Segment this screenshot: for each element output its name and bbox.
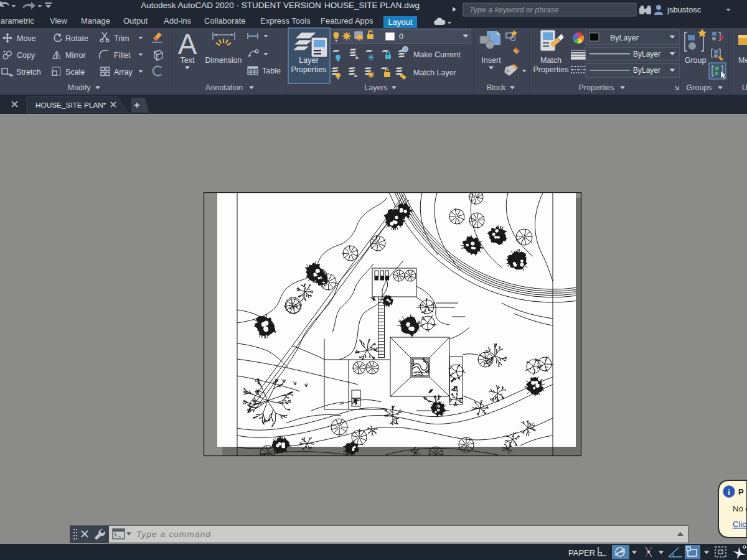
svg-text:Collaborate: Collaborate [204, 16, 246, 26]
svg-text:Make Current: Make Current [413, 50, 461, 59]
svg-text:Properties: Properties [533, 65, 569, 74]
svg-text:Modify: Modify [68, 83, 92, 92]
svg-text:Layout: Layout [388, 17, 412, 27]
svg-text:No e: No e [733, 504, 747, 513]
svg-text:Match: Match [540, 56, 561, 65]
svg-text:Dimension: Dimension [205, 56, 242, 65]
svg-text:P: P [738, 487, 744, 497]
svg-text:Output: Output [123, 16, 148, 26]
svg-text:Match Layer: Match Layer [413, 68, 456, 77]
svg-text:Move: Move [17, 34, 36, 43]
svg-text:Stretch: Stretch [16, 68, 41, 77]
svg-text:Manage: Manage [81, 16, 110, 26]
svg-text:Express Tools: Express Tools [260, 16, 311, 26]
svg-text:Block: Block [487, 83, 506, 92]
svg-text:HOUSE_SITE PLAN*: HOUSE_SITE PLAN* [35, 101, 106, 110]
svg-text:Autodesk AutoCAD 2020 - STUDEN: Autodesk AutoCAD 2020 - STUDENT VERSION [141, 1, 321, 10]
svg-text:Type a command: Type a command [136, 530, 211, 539]
svg-text:Group: Group [685, 56, 707, 65]
svg-text:Add-ins: Add-ins [164, 16, 192, 26]
svg-text:Groups: Groups [687, 83, 712, 92]
svg-text:ByLayer: ByLayer [610, 34, 639, 42]
svg-text:Rotate: Rotate [65, 34, 88, 43]
svg-text:jsbustosc: jsbustosc [667, 5, 702, 14]
svg-text:Trim: Trim [114, 34, 129, 43]
svg-text:Copy: Copy [17, 51, 35, 60]
svg-text:i: i [728, 487, 730, 497]
svg-text:Layers: Layers [364, 83, 388, 92]
svg-text:HOUSE_SITE PLAN.dwg: HOUSE_SITE PLAN.dwg [324, 1, 420, 10]
svg-text:Mirror: Mirror [65, 51, 86, 60]
svg-text:Featured Apps: Featured Apps [321, 16, 374, 26]
svg-text:ByLayer: ByLayer [633, 50, 660, 58]
svg-text:Parametric: Parametric [0, 16, 34, 26]
svg-text:U: U [742, 83, 747, 92]
svg-text:Insert: Insert [481, 56, 501, 65]
svg-text:0: 0 [399, 32, 403, 41]
svg-text:Properties: Properties [579, 83, 614, 92]
svg-text:Scale: Scale [65, 68, 85, 77]
svg-text:PAPER: PAPER [568, 548, 595, 558]
svg-text:Click: Click [733, 520, 747, 529]
svg-text:Me: Me [738, 56, 747, 65]
svg-text:Layer: Layer [299, 56, 318, 65]
svg-text:Text: Text [181, 56, 195, 65]
svg-text:View: View [50, 16, 68, 26]
svg-text:Annotation: Annotation [205, 83, 243, 92]
svg-text:Table: Table [262, 67, 281, 75]
svg-text:Array: Array [114, 68, 133, 77]
svg-text:ByLayer: ByLayer [633, 66, 660, 75]
svg-text:Type a keyword or phrase: Type a keyword or phrase [469, 6, 559, 14]
svg-text:Fillet: Fillet [114, 51, 131, 60]
svg-text:Properties: Properties [291, 65, 327, 74]
